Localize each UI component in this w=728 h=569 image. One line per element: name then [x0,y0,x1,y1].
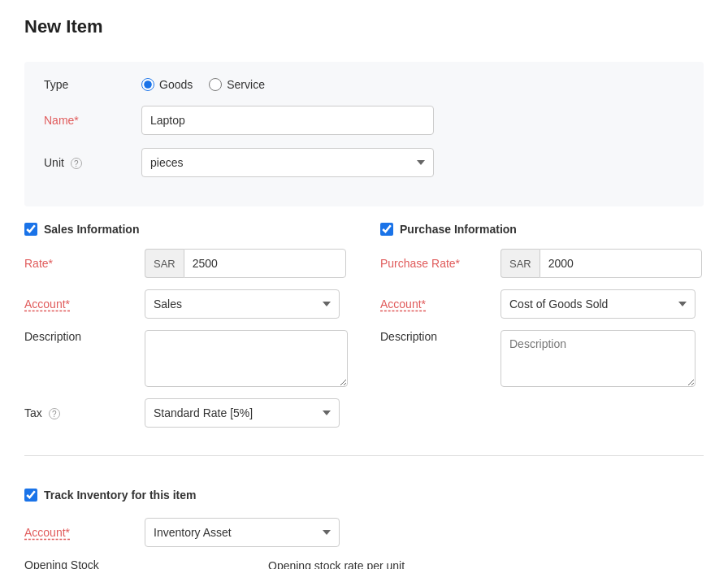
type-row: Type Goods Service [44,78,684,91]
sales-currency-badge: SAR [145,249,184,278]
purchase-account-label: Account* [380,298,494,311]
service-radio-option[interactable]: Service [209,78,265,91]
sales-section: Sales Information Rate* SAR Account* Sal… [24,223,348,439]
unit-select[interactable]: pieces kg litre box [141,148,434,177]
purchase-currency-badge: SAR [500,249,540,278]
purchase-rate-label: Purchase Rate* [380,257,494,270]
sales-rate-label: Rate* [24,257,138,270]
sales-rate-input[interactable] [184,249,346,278]
goods-radio-option[interactable]: Goods [141,78,193,91]
sales-rate-field: SAR [145,249,348,278]
sales-description-textarea[interactable] [145,330,348,387]
sales-purchase-container: Sales Information Rate* SAR Account* Sal… [24,223,704,439]
purchase-description-row: Description [380,330,704,387]
unit-label: Unit ? [44,156,141,170]
sales-tax-select[interactable]: Standard Rate [5%] Zero Rate [0%] Exempt [145,398,340,428]
service-radio[interactable] [209,78,222,91]
inventory-section: Track Inventory for this item Account* I… [24,472,704,569]
purchase-section-header: Purchase Information [380,223,704,236]
sales-description-label: Description [24,330,138,343]
opening-stock-label: Opening Stock [24,558,219,569]
purchase-rate-field: SAR [500,249,704,278]
purchase-account-row: Account* Cost of Goods Sold Purchases Ot… [380,289,704,319]
sales-section-title: Sales Information [44,223,139,236]
purchase-checkbox[interactable] [380,223,393,236]
inventory-title: Track Inventory for this item [44,489,197,502]
sales-account-select[interactable]: Sales Revenue Other Income [145,289,340,319]
basic-info-section: Type Goods Service Name* Unit ? pieces k… [24,62,704,206]
sales-tax-row: Tax ? Standard Rate [5%] Zero Rate [0%] … [24,398,348,428]
opening-stock-rate-label: Opening stock rate per unit [268,558,463,569]
purchase-rate-input[interactable] [540,249,702,278]
purchase-account-select[interactable]: Cost of Goods Sold Purchases Other Expen… [500,289,696,319]
unit-help-icon[interactable]: ? [71,158,82,169]
inventory-account-label: Account* [24,526,138,539]
opening-stock-rate-field: Opening stock rate per unit [268,558,463,569]
name-row: Name* [44,106,684,135]
sales-checkbox[interactable] [24,223,37,236]
opening-stock-field: Opening Stock [24,558,219,569]
purchase-rate-row: Purchase Rate* SAR [380,249,704,278]
sales-description-row: Description [24,330,348,387]
inventory-account-select[interactable]: Inventory Asset Other Current Assets [145,518,340,547]
type-radio-group: Goods Service [141,78,265,91]
unit-row: Unit ? pieces kg litre box [44,148,684,177]
purchase-description-textarea[interactable] [500,330,696,387]
sales-tax-label: Tax ? [24,406,138,420]
purchase-section: Purchase Information Purchase Rate* SAR … [380,223,704,439]
goods-label: Goods [159,78,193,91]
section-divider [24,455,704,456]
purchase-description-label: Description [380,330,494,343]
sales-account-label: Account* [24,298,138,311]
service-label: Service [227,78,265,91]
inventory-header: Track Inventory for this item [24,489,704,502]
name-label: Name* [44,114,141,127]
sales-rate-row: Rate* SAR [24,249,348,278]
goods-radio[interactable] [141,78,154,91]
tax-help-icon[interactable]: ? [49,408,60,419]
inventory-checkbox[interactable] [24,489,37,502]
page-title: New Item [24,16,704,37]
name-input[interactable] [141,106,434,135]
type-label: Type [44,78,141,91]
opening-stock-row: Opening Stock Opening stock rate per uni… [24,558,704,569]
purchase-section-title: Purchase Information [400,223,517,236]
inventory-account-row: Account* Inventory Asset Other Current A… [24,518,704,547]
sales-account-row: Account* Sales Revenue Other Income [24,289,348,319]
sales-section-header: Sales Information [24,223,348,236]
